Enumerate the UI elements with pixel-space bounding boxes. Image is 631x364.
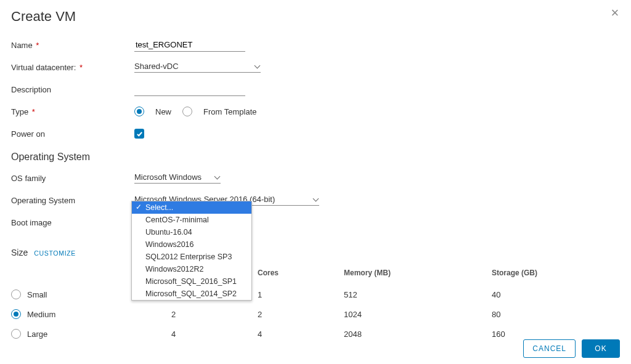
bootimage-option[interactable]: Windows2012R2 bbox=[132, 263, 251, 275]
row-type: Type * New From Template bbox=[11, 105, 620, 118]
label-os: Operating System bbox=[11, 196, 134, 205]
chevron-down-icon bbox=[313, 196, 319, 203]
row-poweron: Power on bbox=[11, 127, 620, 140]
size-label-medium: Medium bbox=[27, 310, 55, 319]
name-input[interactable] bbox=[134, 38, 245, 52]
size-row-medium: Medium 2 2 1024 80 bbox=[11, 304, 620, 324]
section-size: Size CUSTOMIZE bbox=[11, 248, 620, 257]
ok-button[interactable]: OK bbox=[582, 339, 620, 358]
label-vdc: Virtual datacenter: * bbox=[11, 63, 134, 72]
bootimage-option[interactable]: Windows2016 bbox=[132, 238, 251, 251]
row-description: Description bbox=[11, 83, 620, 96]
label-type: Type * bbox=[11, 107, 134, 116]
dialog-title: Create VM bbox=[11, 9, 620, 25]
type-label-new: New bbox=[155, 107, 171, 116]
bootimage-dropdown[interactable]: Select... CentOS-7-minimal Ubuntu-16.04 … bbox=[131, 201, 252, 301]
dialog-footer: CANCEL OK bbox=[523, 339, 620, 358]
th-memory: Memory (MB) bbox=[344, 266, 492, 285]
close-icon[interactable]: × bbox=[609, 7, 621, 20]
size-radio-large[interactable] bbox=[11, 329, 21, 339]
size-label-small: Small bbox=[27, 290, 47, 299]
row-vdc: Virtual datacenter: * Shared-vDC bbox=[11, 60, 620, 74]
cancel-button[interactable]: CANCEL bbox=[523, 339, 576, 358]
size-radio-small[interactable] bbox=[11, 289, 21, 299]
chevron-down-icon bbox=[214, 174, 221, 180]
bootimage-option-select[interactable]: Select... bbox=[132, 201, 251, 214]
bootimage-option[interactable]: SQL2012 Enterprise SP3 bbox=[132, 251, 251, 263]
size-radio-medium[interactable] bbox=[11, 309, 21, 319]
poweron-checkbox[interactable] bbox=[134, 129, 144, 139]
row-bootimage: Boot image bbox=[11, 216, 620, 229]
bootimage-option[interactable]: Microsoft_SQL_2014_SP2 bbox=[132, 288, 251, 300]
row-os: Operating System Microsoft Windows Serve… bbox=[11, 193, 620, 207]
vdc-select[interactable]: Shared-vDC bbox=[134, 62, 261, 73]
vdc-selected-label: Shared-vDC bbox=[134, 62, 179, 71]
size-label-large: Large bbox=[27, 330, 47, 339]
type-radio-new[interactable] bbox=[134, 107, 144, 116]
th-storage: Storage (GB) bbox=[492, 266, 620, 285]
chevron-down-icon bbox=[254, 63, 261, 70]
type-label-template: From Template bbox=[203, 107, 256, 116]
size-customize-link[interactable]: CUSTOMIZE bbox=[34, 249, 76, 257]
label-description: Description bbox=[11, 85, 134, 94]
size-table: Cores Memory (MB) Storage (GB) Small 1 1… bbox=[11, 266, 620, 344]
bootimage-option[interactable]: Ubuntu-16.04 bbox=[132, 226, 251, 238]
section-os: Operating System bbox=[11, 152, 620, 163]
label-poweron: Power on bbox=[11, 129, 134, 139]
label-bootimage: Boot image bbox=[11, 218, 134, 227]
bootimage-option[interactable]: Microsoft_SQL_2016_SP1 bbox=[132, 275, 251, 288]
label-name: Name * bbox=[11, 41, 134, 50]
osfamily-selected-label: Microsoft Windows bbox=[134, 172, 202, 182]
row-osfamily: OS family Microsoft Windows bbox=[11, 171, 620, 185]
bootimage-option[interactable]: CentOS-7-minimal bbox=[132, 214, 251, 226]
size-row-small: Small 1 1 512 40 bbox=[11, 285, 620, 304]
row-name: Name * bbox=[11, 38, 620, 52]
type-radio-template[interactable] bbox=[182, 107, 192, 116]
label-osfamily: OS family bbox=[11, 174, 134, 183]
osfamily-select[interactable]: Microsoft Windows bbox=[134, 172, 221, 184]
th-cores: Cores bbox=[258, 266, 344, 285]
description-input[interactable] bbox=[134, 83, 245, 96]
